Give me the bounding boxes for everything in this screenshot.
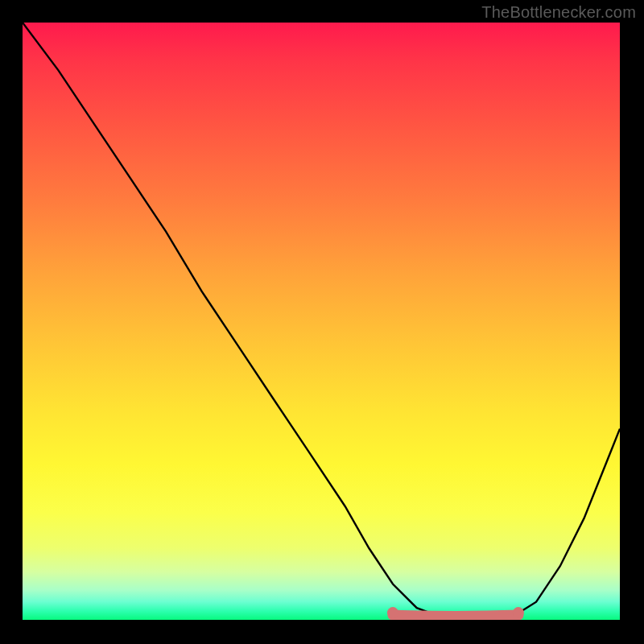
bottleneck-curve-path [23, 23, 620, 618]
optimal-zone-dot-right [513, 607, 524, 618]
chart-plot-area [23, 23, 620, 620]
optimal-zone-highlight [393, 615, 518, 617]
attribution-text: TheBottlenecker.com [481, 3, 636, 22]
bottleneck-curve-svg [23, 23, 620, 620]
optimal-zone-dot-left [387, 607, 398, 618]
